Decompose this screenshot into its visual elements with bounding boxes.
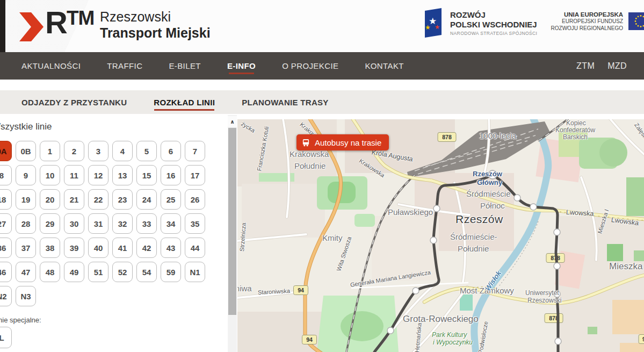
svg-text:878: 878: [442, 134, 452, 140]
line-button-6[interactable]: 6: [161, 141, 181, 161]
nav-item-aktualności[interactable]: AKTUALNOŚCI: [21, 61, 81, 70]
line-button-21[interactable]: 21: [64, 189, 84, 210]
nav-item-e-info[interactable]: E-INFO: [227, 61, 256, 70]
line-button-47[interactable]: 47: [16, 262, 36, 282]
rpw-line2: POLSKI WSCHODNIEJ: [450, 20, 537, 29]
subnav-item-odjazdy-z-przystanku[interactable]: ODJAZDY Z PRZYSTANKU: [21, 98, 127, 107]
svg-text:★: ★: [435, 24, 440, 31]
line-button-54[interactable]: 54: [136, 262, 157, 282]
line-button-12[interactable]: 12: [88, 165, 108, 185]
eu-line2: EUROPEJSKI FUNDUSZ: [537, 18, 623, 25]
line-button-41[interactable]: 41: [112, 238, 133, 258]
line-button-40[interactable]: 40: [88, 238, 108, 258]
line-button-17[interactable]: 17: [185, 165, 205, 185]
line-button-4[interactable]: 4: [112, 141, 133, 161]
logo-letters-tm: TM: [67, 8, 94, 28]
special-lines-label: Linie specjalne:: [0, 316, 41, 324]
nav-item-kontakt[interactable]: KONTAKT: [365, 61, 404, 70]
nav-item-ztm[interactable]: ZTM: [576, 61, 595, 71]
line-button-22[interactable]: 22: [88, 189, 108, 210]
special-line-button-l[interactable]: L: [0, 327, 12, 348]
nav-item-e-bilet[interactable]: E-BILET: [169, 61, 200, 70]
rpw-stars-icon: ★ ★ ★: [422, 7, 446, 39]
line-button-38[interactable]: 38: [40, 238, 60, 258]
line-button-59[interactable]: 59: [161, 262, 181, 282]
line-button-48[interactable]: 48: [40, 262, 60, 282]
line-button-0a[interactable]: 0A: [0, 141, 12, 161]
line-button-51[interactable]: 51: [88, 262, 108, 282]
line-button-35[interactable]: 35: [185, 213, 205, 234]
route-map[interactable]: 87887887894949 życkaKrakowskaKrakowskaKr…: [237, 119, 644, 352]
line-button-32[interactable]: 32: [112, 213, 133, 234]
line-button-24[interactable]: 24: [136, 189, 157, 210]
line-button-n1[interactable]: N1: [185, 262, 205, 282]
site-title: Rzeszowski Transport Miejski: [100, 9, 211, 41]
line-button-52[interactable]: 52: [112, 262, 133, 282]
line-button-42[interactable]: 42: [136, 238, 157, 258]
line-button-9[interactable]: 9: [16, 165, 36, 185]
subnav-item-planowanie-trasy[interactable]: PLANOWANIE TRASY: [242, 98, 328, 107]
eu-flag-icon: [628, 12, 644, 30]
header: R TM Rzeszowski Transport Miejski ★ ★ ★ …: [0, 0, 644, 52]
line-button-27[interactable]: 27: [0, 213, 12, 234]
line-button-20[interactable]: 20: [40, 189, 60, 210]
eu-line3: ROZWOJU REGIONALNEGO: [537, 25, 623, 32]
line-button-33[interactable]: 33: [136, 213, 157, 234]
line-button-29[interactable]: 29: [40, 213, 60, 234]
line-button-3[interactable]: 3: [88, 141, 108, 161]
line-button-2[interactable]: 2: [64, 141, 84, 161]
line-button-49[interactable]: 49: [64, 262, 84, 282]
subnav-item-rozkład-linii[interactable]: ROZKŁAD LINII: [154, 98, 215, 107]
lines-panel-title: Wszystkie linie: [0, 121, 52, 132]
sub-nav-items: ODJAZDY Z PRZYSTANKUROZKŁAD LINIIPLANOWA…: [0, 98, 329, 107]
svg-text:★: ★: [425, 24, 431, 31]
line-button-19[interactable]: 19: [16, 189, 36, 210]
line-button-23[interactable]: 23: [112, 189, 133, 210]
line-button-n3[interactable]: N3: [16, 286, 36, 306]
line-button-18[interactable]: 18: [0, 189, 12, 210]
line-button-28[interactable]: 28: [16, 213, 36, 234]
line-button-13[interactable]: 13: [112, 165, 133, 185]
eu-funding-logo: UNIA EUROPEJSKA EUROPEJSKI FUNDUSZ ROZWO…: [537, 11, 644, 32]
line-button-43[interactable]: 43: [161, 238, 181, 258]
svg-text:94: 94: [306, 336, 313, 343]
line-button-30[interactable]: 30: [64, 213, 84, 234]
scrollbar-up-arrow-icon[interactable]: ∧: [228, 116, 237, 127]
main-nav-items: AKTUALNOŚCITRAFFICE-BILETE-INFOO PROJEKC…: [0, 61, 404, 70]
main-nav: AKTUALNOŚCITRAFFICE-BILETE-INFOO PROJEKC…: [0, 52, 644, 80]
nav-item-mzd[interactable]: MZD: [607, 61, 627, 71]
panel-scrollbar[interactable]: ∧: [228, 115, 237, 352]
line-button-34[interactable]: 34: [161, 213, 181, 234]
line-button-11[interactable]: 11: [64, 165, 84, 185]
line-button-7[interactable]: 7: [185, 141, 205, 161]
line-button-44[interactable]: 44: [185, 238, 205, 258]
line-button-46[interactable]: 46: [0, 262, 12, 282]
line-button-37[interactable]: 37: [16, 238, 36, 258]
line-button-10[interactable]: 10: [40, 165, 60, 185]
line-button-39[interactable]: 39: [64, 238, 84, 258]
line-button-0b[interactable]: 0B: [16, 141, 36, 161]
line-button-8[interactable]: 8: [0, 165, 12, 185]
line-button-16[interactable]: 16: [161, 165, 181, 185]
special-lines-grid: L: [0, 327, 12, 348]
line-button-5[interactable]: 5: [136, 141, 157, 161]
lines-grid: 0A0B123456789101112131516171819202122232…: [0, 141, 209, 310]
line-button-1[interactable]: 1: [40, 141, 60, 161]
line-button-n2[interactable]: N2: [0, 286, 12, 306]
sub-nav: ODJAZDY Z PRZYSTANKUROZKŁAD LINIIPLANOWA…: [0, 90, 644, 114]
scrollbar-thumb[interactable]: [228, 128, 236, 315]
line-button-26[interactable]: 26: [185, 189, 205, 210]
logo-letter-r: R: [45, 8, 67, 37]
nav-item-o-projekcie[interactable]: O PROJEKCIE: [282, 61, 338, 70]
line-button-31[interactable]: 31: [88, 213, 108, 234]
header-left-edge: [0, 0, 5, 52]
rpw-funding-logo: ★ ★ ★ ROZWÓJ POLSKI WSCHODNIEJ NARODOWA …: [422, 7, 537, 39]
line-button-15[interactable]: 15: [136, 165, 157, 185]
nav-item-traffic[interactable]: TRAFFIC: [107, 61, 142, 70]
buses-on-route-label: Autobusy na trasie: [315, 138, 381, 147]
line-button-36[interactable]: 36: [0, 238, 12, 258]
eu-line1: UNIA EUROPEJSKA: [537, 11, 623, 18]
line-button-25[interactable]: 25: [161, 189, 181, 210]
buses-on-route-button[interactable]: Autobusy na trasie: [296, 134, 389, 150]
logo[interactable]: R TM: [19, 8, 94, 42]
